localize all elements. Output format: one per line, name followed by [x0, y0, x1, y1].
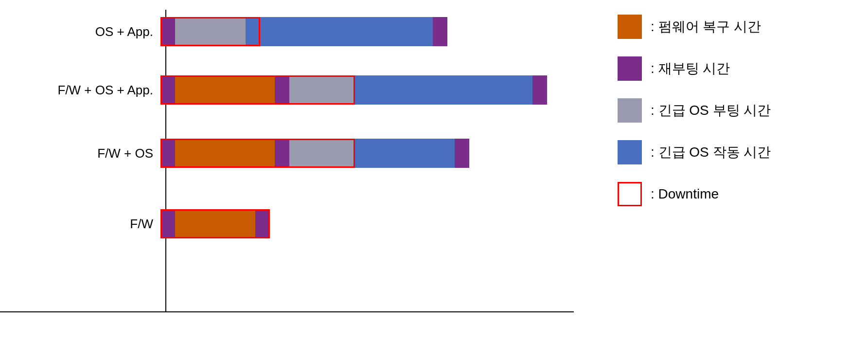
- segment-reboot-end: [455, 139, 469, 168]
- legend-swatch-downtime: [618, 182, 642, 206]
- segment-emergency-boot: [175, 17, 246, 46]
- legend-item-downtime: : Downtime: [618, 182, 861, 206]
- segment-emergency-boot: [289, 139, 355, 168]
- segment-firmware: [175, 209, 255, 238]
- segment-firmware: [175, 75, 275, 105]
- segment-reboot2: [275, 75, 289, 105]
- segment-emergency-boot: [289, 75, 355, 105]
- segment-reboot-end: [433, 17, 447, 46]
- segment-emergency-run: [355, 75, 532, 105]
- legend-text-emergency-run: : 긴급 OS 작동 시간: [651, 143, 771, 162]
- legend-swatch-emergency-boot: [618, 98, 642, 123]
- legend-item-firmware: : 펌웨어 복구 시간: [618, 15, 861, 39]
- bar-label-os-app: OS + App.: [0, 24, 160, 39]
- segment-reboot: [160, 139, 175, 168]
- segment-reboot: [160, 17, 175, 46]
- chart-area: OS + App. F/W + OS + App. F/W + OS: [0, 0, 584, 343]
- bar-container-fw: [160, 209, 270, 238]
- bar-row-fw: F/W: [0, 202, 270, 246]
- segment-reboot2: [275, 139, 289, 168]
- bar-row-fw-os-app: F/W + OS + App.: [0, 68, 547, 112]
- legend-item-reboot: : 재부팅 시간: [618, 56, 861, 81]
- bar-container-fw-os: [160, 139, 469, 168]
- bar-label-fw: F/W: [0, 217, 160, 232]
- segment-firmware: [175, 139, 275, 168]
- legend-item-emergency-boot: : 긴급 OS 부팅 시간: [618, 98, 861, 123]
- legend-text-downtime: : Downtime: [651, 186, 719, 202]
- bar-row-fw-os: F/W + OS: [0, 131, 469, 175]
- legend-swatch-emergency-run: [618, 140, 642, 164]
- segment-emergency-run: [355, 139, 455, 168]
- bar-container-fw-os-app: [160, 75, 547, 105]
- bar-label-fw-os-app: F/W + OS + App.: [0, 83, 160, 98]
- legend-text-firmware: : 펌웨어 복구 시간: [651, 18, 761, 36]
- bar-container-os-app: [160, 17, 447, 46]
- legend-swatch-reboot: [618, 56, 642, 81]
- legend-item-emergency-run: : 긴급 OS 작동 시간: [618, 140, 861, 164]
- legend-swatch-firmware: [618, 15, 642, 39]
- segment-reboot: [160, 209, 175, 238]
- segment-reboot-end: [532, 75, 547, 105]
- legend-area: : 펌웨어 복구 시간 : 재부팅 시간 : 긴급 OS 부팅 시간 : 긴급 …: [618, 15, 861, 224]
- bar-label-fw-os: F/W + OS: [0, 146, 160, 161]
- x-axis: [0, 311, 574, 312]
- legend-text-emergency-boot: : 긴급 OS 부팅 시간: [651, 101, 771, 120]
- segment-emergency-run: [246, 17, 433, 46]
- bar-row-os-app: OS + App.: [0, 10, 447, 54]
- legend-text-reboot: : 재부팅 시간: [651, 59, 730, 78]
- segment-reboot: [160, 75, 175, 105]
- segment-reboot-end: [255, 209, 270, 238]
